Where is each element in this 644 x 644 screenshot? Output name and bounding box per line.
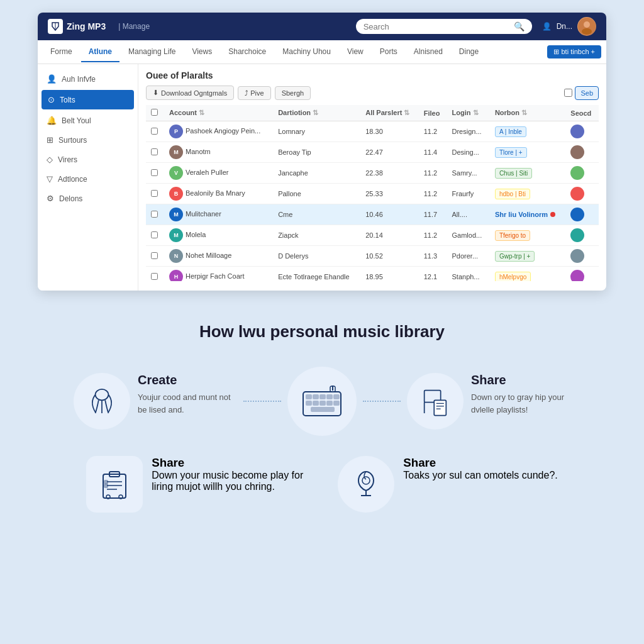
app-body: 👤 Auh Infvfe ⊙ Tolts 🔔 Belt Youl ⊞ Surto… xyxy=(38,64,606,291)
download-btn[interactable]: ⬇ Download Ogntgmals xyxy=(146,86,234,100)
nav-tab-view[interactable]: View xyxy=(340,42,371,62)
nav-tab-sharchoice[interactable]: Sharchoice xyxy=(221,42,274,62)
user-avatar xyxy=(577,17,596,36)
row-dartiotion: Cme xyxy=(273,204,360,225)
search-bar[interactable]: 🔍 xyxy=(356,19,532,34)
row-dartiotion: Jancaphe xyxy=(273,163,360,184)
col-login: Login ⇅ xyxy=(447,105,490,121)
sidebar-item-belt-youl[interactable]: 🔔 Belt Youl xyxy=(38,111,138,130)
row-account: MManotm xyxy=(164,142,273,163)
table-row[interactable]: MMolela Ziapck 20.14 11.2 Gamlod... Tfer… xyxy=(146,225,599,246)
row-all-parslert: 22.38 xyxy=(360,163,419,184)
create-description: Youjur cood and munt not be lised and. xyxy=(138,391,237,416)
search-icon-button[interactable]: 🔍 xyxy=(514,21,525,31)
header-user: 👤 Dn... xyxy=(542,17,596,36)
share2-description: Toaks yor sul can omotels cunde?. xyxy=(403,470,557,481)
download-text: Share Down ory to gray hip your dvlelle … xyxy=(471,373,570,416)
nav-tab-managing-life[interactable]: Managing Life xyxy=(121,42,183,62)
table-row[interactable]: VVeraleh Puller Jancaphe 22.38 11.2 Samr… xyxy=(146,163,599,184)
features-bottom-row: Share Down your music become play for li… xyxy=(38,456,606,513)
sidebar-label-adtlonce: Adtlonce xyxy=(58,175,87,184)
sidebar-item-surtours[interactable]: ⊞ Surtours xyxy=(38,130,138,150)
feature-share-1: Share Down your music become play for li… xyxy=(86,456,313,513)
sidebar-item-virers[interactable]: ◇ Virers xyxy=(38,150,138,169)
feature-download: Share Down ory to gray hip your dvlelle … xyxy=(407,373,570,430)
sbergh-btn[interactable]: Sbergh xyxy=(275,86,311,100)
svg-rect-12 xyxy=(306,401,311,405)
pive-btn[interactable]: ⤴ Pive xyxy=(238,86,270,100)
col-checkbox xyxy=(146,105,164,121)
row-checkbox[interactable] xyxy=(146,184,164,204)
share1-text: Share Down your music become play for li… xyxy=(152,456,313,492)
sel-button[interactable]: Seb xyxy=(575,86,599,100)
share1-description: Down your music become play for liring m… xyxy=(152,470,313,492)
sidebar-item-tolts[interactable]: ⊙ Tolts xyxy=(42,90,134,109)
sidebar-item-delons[interactable]: ⚙ Delons xyxy=(38,189,138,208)
table-row[interactable]: BBealonily Ba Mnary Pallone 25.33 11.2 F… xyxy=(146,184,599,204)
download-heading: Share xyxy=(471,373,570,387)
feature-share-2: Share Toaks yor sul can omotels cunde?. xyxy=(338,456,557,513)
nav-tab-machiny[interactable]: Machiny Uhou xyxy=(275,42,338,62)
main-content: Ouee of Plaralts ⬇ Download Ogntgmals ⤴ … xyxy=(138,64,606,291)
clipboard-icon-wrap xyxy=(86,456,143,513)
bottom-section: How lwu personal music library Create Yo… xyxy=(0,303,644,525)
nav-tab-ports[interactable]: Ports xyxy=(372,42,405,62)
svg-rect-16 xyxy=(334,401,339,405)
sidebar-label-auh: Auh Infvfe xyxy=(62,75,96,84)
row-norbon: Tferigo to xyxy=(490,225,565,246)
dotted-line-2 xyxy=(363,401,401,402)
row-all-parslert: 22.47 xyxy=(360,142,419,163)
select-all-checkbox[interactable] xyxy=(564,89,572,97)
row-norbon: Tlore | + xyxy=(490,142,565,163)
app-nav-label: | Manage xyxy=(118,22,150,31)
nav-tab-views[interactable]: Views xyxy=(184,42,219,62)
nav-tab-atlune[interactable]: Atlune xyxy=(81,42,119,62)
row-checkbox[interactable] xyxy=(146,204,164,225)
table-row[interactable]: HHerpigr Fach Coart Ecte Totlraege Ehand… xyxy=(146,267,599,282)
svg-rect-11 xyxy=(334,395,339,399)
row-checkbox[interactable] xyxy=(146,267,164,282)
sidebar-item-adtlonce[interactable]: ▽ Adtlonce xyxy=(38,169,138,189)
row-norbon: Chus | Siti xyxy=(490,163,565,184)
table-row[interactable]: MMulitchaner Cme 10.46 11.7 All.... Shr … xyxy=(146,204,599,225)
sidebar-item-auh-infvfe[interactable]: 👤 Auh Infvfe xyxy=(38,69,138,89)
share1-heading: Share xyxy=(152,456,313,470)
row-fileo: 11.2 xyxy=(419,225,447,246)
row-checkbox[interactable] xyxy=(146,225,164,246)
app-title: Zing MP3 xyxy=(67,21,106,31)
table-row[interactable]: MManotm Beroay Tip 22.47 11.4 Desing... … xyxy=(146,142,599,163)
row-account: VVeraleh Puller xyxy=(164,163,273,184)
row-checkbox[interactable] xyxy=(146,163,164,184)
row-checkbox[interactable] xyxy=(146,142,164,163)
create-text: Create Youjur cood and munt not be lised… xyxy=(138,373,237,416)
table-row[interactable]: NNohet Milloage D Delerys 10.52 11.3 Pdo… xyxy=(146,246,599,267)
svg-rect-30 xyxy=(104,484,108,487)
search-input[interactable] xyxy=(364,22,510,31)
row-all-parslert: 25.33 xyxy=(360,184,419,204)
row-norbon: Shr liu Volinorm xyxy=(490,204,565,225)
nav-action-button[interactable]: ⊞ bti tinbch + xyxy=(547,45,601,58)
nav-tab-dinge[interactable]: Dinge xyxy=(452,42,486,62)
sidebar-label-delons: Delons xyxy=(59,194,82,203)
row-login: Gamlod... xyxy=(447,225,490,246)
col-norbon: Norbon ⇅ xyxy=(490,105,565,121)
logo-icon xyxy=(48,19,63,34)
table-container[interactable]: Account ⇅ Dartiotion ⇅ All Parslert ⇅ Fi… xyxy=(146,105,599,281)
content-title: Ouee of Plaralts xyxy=(146,70,599,80)
diamond-icon: ◇ xyxy=(47,155,53,164)
row-checkbox[interactable] xyxy=(146,246,164,267)
nav-tab-alnisned[interactable]: Alnisned xyxy=(406,42,450,62)
table-row[interactable]: PPashoek Angiogy Pein... Lomnary 18.30 1… xyxy=(146,121,599,142)
nav-tab-forme[interactable]: Forme xyxy=(43,42,80,62)
toolbar: ⬇ Download Ogntgmals ⤴ Pive Sbergh Seb xyxy=(146,86,599,100)
header-checkbox[interactable] xyxy=(151,109,158,116)
row-fileo: 11.4 xyxy=(419,142,447,163)
app-window: Zing MP3 | Manage 🔍 👤 Dn... Forme Atlune… xyxy=(38,13,606,291)
app-logo: Zing MP3 xyxy=(48,19,106,34)
dotted-line-1 xyxy=(243,401,281,402)
row-checkbox[interactable] xyxy=(146,121,164,142)
row-seocd xyxy=(565,225,599,246)
sidebar-label-tolts: Tolts xyxy=(60,96,75,104)
svg-point-4 xyxy=(582,28,592,35)
row-fileo: 11.7 xyxy=(419,204,447,225)
